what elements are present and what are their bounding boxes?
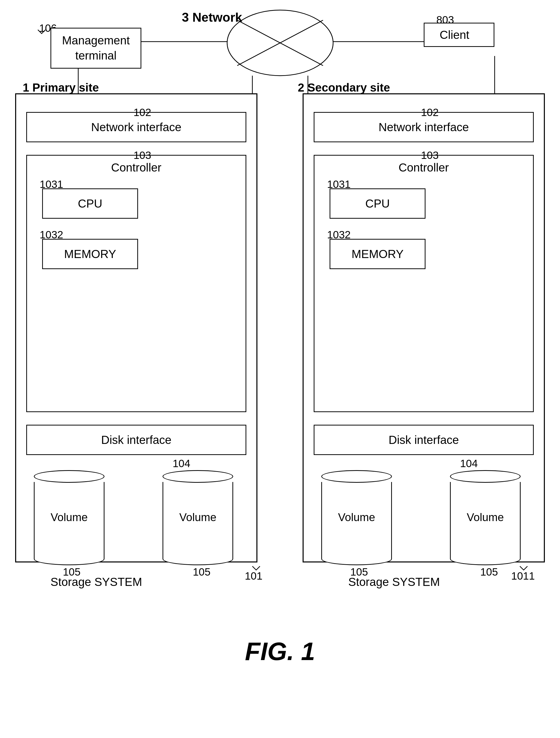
diagram-container: 3 Network 106 Managementterminal 803 Cli… [0, 0, 560, 681]
secondary-103-ref: 103 [421, 149, 439, 161]
secondary-vol2-ref: 105 [480, 566, 498, 578]
primary-104-ref: 104 [173, 457, 190, 470]
secondary-104-ref: 104 [460, 457, 478, 470]
secondary-memory-box: MEMORY [330, 239, 426, 269]
network-label: 3 Network [182, 10, 242, 27]
secondary-storage-label: Storage SYSTEM [348, 575, 440, 589]
primary-controller-label: Controller [27, 161, 246, 174]
secondary-disk-interface: Disk interface [314, 425, 534, 455]
primary-storage-system: Network interface 102 Controller 1031 CP… [15, 93, 257, 563]
secondary-102-ref: 102 [421, 106, 439, 118]
secondary-controller-label: Controller [314, 161, 533, 174]
mgmt-terminal-label: Managementterminal [62, 34, 130, 62]
management-terminal-box: Managementterminal [50, 28, 141, 69]
primary-memory-box: MEMORY [42, 239, 138, 269]
primary-cpu-box: CPU [42, 189, 138, 219]
client-box: Client [424, 23, 494, 47]
svg-point-0 [227, 10, 333, 76]
svg-line-2 [237, 20, 323, 66]
primary-storage-label: Storage SYSTEM [50, 575, 142, 589]
secondary-1011-ref: 1011 [511, 570, 535, 582]
secondary-controller-box: Controller 1031 CPU 1032 MEMORY [314, 155, 534, 412]
client-label: Client [440, 28, 470, 41]
primary-site-label: 1 Primary site [23, 81, 99, 94]
primary-controller-box: Controller 1031 CPU 1032 MEMORY [26, 155, 246, 412]
figure-label: FIG. 1 [245, 637, 315, 666]
primary-disk-interface: Disk interface [26, 425, 246, 455]
primary-103-ref: 103 [133, 149, 151, 161]
primary-102-ref: 102 [133, 106, 151, 118]
primary-volume2: Volume [163, 470, 233, 565]
secondary-cpu-box: CPU [330, 189, 426, 219]
secondary-volume1: Volume [321, 470, 392, 565]
svg-line-1 [237, 20, 323, 66]
primary-volume1: Volume [34, 470, 104, 565]
secondary-site-label: 2 Secondary site [298, 81, 390, 94]
secondary-volume2: Volume [450, 470, 521, 565]
secondary-storage-system: Network interface 102 Controller 1031 CP… [303, 93, 545, 563]
primary-101-ref: 101 [245, 570, 262, 582]
primary-vol2-ref: 105 [193, 566, 211, 578]
